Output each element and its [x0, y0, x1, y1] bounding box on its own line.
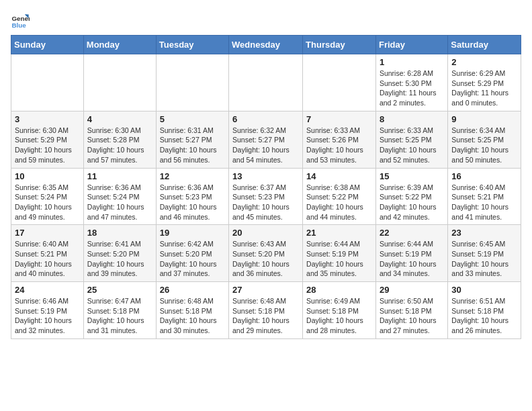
calendar-cell: 24Sunrise: 6:46 AM Sunset: 5:19 PM Dayli… [11, 282, 84, 339]
day-number: 14 [306, 171, 372, 181]
day-number: 26 [160, 285, 225, 295]
day-number: 15 [380, 171, 444, 181]
day-info: Sunrise: 6:40 AM Sunset: 5:21 PM Dayligh… [451, 183, 517, 222]
day-info: Sunrise: 6:37 AM Sunset: 5:23 PM Dayligh… [232, 183, 299, 222]
day-info: Sunrise: 6:48 AM Sunset: 5:18 PM Dayligh… [160, 296, 225, 336]
calendar-cell: 8Sunrise: 6:33 AM Sunset: 5:25 PM Daylig… [375, 111, 447, 168]
day-number: 23 [451, 228, 517, 238]
day-info: Sunrise: 6:42 AM Sunset: 5:20 PM Dayligh… [160, 239, 225, 279]
day-info: Sunrise: 6:33 AM Sunset: 5:25 PM Dayligh… [380, 126, 444, 165]
calendar-cell: 29Sunrise: 6:50 AM Sunset: 5:18 PM Dayli… [375, 282, 447, 339]
day-number: 6 [232, 114, 299, 124]
logo: General Blue [11, 11, 32, 30]
day-number: 30 [451, 285, 517, 295]
day-number: 29 [380, 285, 444, 295]
day-info: Sunrise: 6:38 AM Sunset: 5:22 PM Dayligh… [306, 183, 372, 222]
calendar-table: SundayMondayTuesdayWednesdayThursdayFrid… [11, 35, 521, 339]
calendar-cell [229, 54, 303, 111]
day-info: Sunrise: 6:50 AM Sunset: 5:18 PM Dayligh… [380, 296, 444, 336]
day-info: Sunrise: 6:32 AM Sunset: 5:27 PM Dayligh… [232, 126, 299, 165]
day-number: 28 [306, 285, 372, 295]
day-info: Sunrise: 6:44 AM Sunset: 5:19 PM Dayligh… [380, 239, 444, 279]
calendar-cell: 14Sunrise: 6:38 AM Sunset: 5:22 PM Dayli… [303, 168, 376, 225]
day-number: 9 [451, 114, 517, 124]
calendar-cell: 23Sunrise: 6:45 AM Sunset: 5:19 PM Dayli… [448, 225, 521, 282]
day-info: Sunrise: 6:43 AM Sunset: 5:20 PM Dayligh… [232, 239, 299, 279]
day-header-monday: Monday [83, 36, 156, 54]
calendar-cell: 25Sunrise: 6:47 AM Sunset: 5:18 PM Dayli… [83, 282, 156, 339]
day-info: Sunrise: 6:46 AM Sunset: 5:19 PM Dayligh… [15, 296, 80, 336]
calendar-cell: 16Sunrise: 6:40 AM Sunset: 5:21 PM Dayli… [448, 168, 521, 225]
day-number: 12 [160, 171, 225, 181]
day-info: Sunrise: 6:41 AM Sunset: 5:20 PM Dayligh… [87, 239, 152, 279]
calendar-cell: 7Sunrise: 6:33 AM Sunset: 5:26 PM Daylig… [303, 111, 376, 168]
calendar-cell: 9Sunrise: 6:34 AM Sunset: 5:25 PM Daylig… [448, 111, 521, 168]
header: General Blue [11, 11, 521, 30]
calendar-cell: 18Sunrise: 6:41 AM Sunset: 5:20 PM Dayli… [83, 225, 156, 282]
day-number: 5 [160, 114, 225, 124]
day-number: 16 [451, 171, 517, 181]
day-info: Sunrise: 6:30 AM Sunset: 5:28 PM Dayligh… [87, 126, 152, 165]
svg-text:Blue: Blue [11, 21, 26, 29]
day-number: 13 [232, 171, 299, 181]
day-info: Sunrise: 6:49 AM Sunset: 5:18 PM Dayligh… [306, 296, 372, 336]
day-header-sunday: Sunday [11, 36, 84, 54]
day-number: 3 [15, 114, 80, 124]
day-number: 20 [232, 228, 299, 238]
day-info: Sunrise: 6:29 AM Sunset: 5:29 PM Dayligh… [451, 68, 517, 108]
calendar-cell [156, 54, 228, 111]
calendar-cell: 28Sunrise: 6:49 AM Sunset: 5:18 PM Dayli… [303, 282, 376, 339]
calendar-cell: 22Sunrise: 6:44 AM Sunset: 5:19 PM Dayli… [375, 225, 447, 282]
day-header-thursday: Thursday [303, 36, 376, 54]
day-number: 18 [87, 228, 152, 238]
day-info: Sunrise: 6:48 AM Sunset: 5:18 PM Dayligh… [232, 296, 299, 336]
calendar-cell: 4Sunrise: 6:30 AM Sunset: 5:28 PM Daylig… [83, 111, 156, 168]
day-info: Sunrise: 6:35 AM Sunset: 5:24 PM Dayligh… [15, 183, 80, 222]
day-number: 19 [160, 228, 225, 238]
calendar-cell [83, 54, 156, 111]
day-number: 7 [306, 114, 372, 124]
day-info: Sunrise: 6:30 AM Sunset: 5:29 PM Dayligh… [15, 126, 80, 165]
day-info: Sunrise: 6:45 AM Sunset: 5:19 PM Dayligh… [451, 239, 517, 279]
day-number: 24 [15, 285, 80, 295]
calendar-cell: 1Sunrise: 6:28 AM Sunset: 5:30 PM Daylig… [375, 54, 447, 111]
day-header-friday: Friday [375, 36, 447, 54]
day-number: 21 [306, 228, 372, 238]
calendar-cell: 26Sunrise: 6:48 AM Sunset: 5:18 PM Dayli… [156, 282, 228, 339]
day-number: 22 [380, 228, 444, 238]
calendar-cell: 13Sunrise: 6:37 AM Sunset: 5:23 PM Dayli… [229, 168, 303, 225]
day-number: 2 [451, 57, 517, 67]
calendar-cell: 3Sunrise: 6:30 AM Sunset: 5:29 PM Daylig… [11, 111, 84, 168]
day-number: 25 [87, 285, 152, 295]
day-info: Sunrise: 6:36 AM Sunset: 5:23 PM Dayligh… [160, 183, 225, 222]
calendar-cell: 27Sunrise: 6:48 AM Sunset: 5:18 PM Dayli… [229, 282, 303, 339]
day-header-wednesday: Wednesday [229, 36, 303, 54]
calendar-cell: 30Sunrise: 6:51 AM Sunset: 5:18 PM Dayli… [448, 282, 521, 339]
calendar-cell: 5Sunrise: 6:31 AM Sunset: 5:27 PM Daylig… [156, 111, 228, 168]
day-info: Sunrise: 6:28 AM Sunset: 5:30 PM Dayligh… [380, 68, 444, 108]
calendar-cell: 6Sunrise: 6:32 AM Sunset: 5:27 PM Daylig… [229, 111, 303, 168]
day-info: Sunrise: 6:40 AM Sunset: 5:21 PM Dayligh… [15, 239, 80, 279]
calendar-cell: 15Sunrise: 6:39 AM Sunset: 5:22 PM Dayli… [375, 168, 447, 225]
day-info: Sunrise: 6:44 AM Sunset: 5:19 PM Dayligh… [306, 239, 372, 279]
calendar-cell [303, 54, 376, 111]
day-info: Sunrise: 6:39 AM Sunset: 5:22 PM Dayligh… [380, 183, 444, 222]
calendar-cell: 19Sunrise: 6:42 AM Sunset: 5:20 PM Dayli… [156, 225, 228, 282]
calendar-cell: 11Sunrise: 6:36 AM Sunset: 5:24 PM Dayli… [83, 168, 156, 225]
day-info: Sunrise: 6:51 AM Sunset: 5:18 PM Dayligh… [451, 296, 517, 336]
calendar-cell: 17Sunrise: 6:40 AM Sunset: 5:21 PM Dayli… [11, 225, 84, 282]
day-number: 27 [232, 285, 299, 295]
day-number: 1 [380, 57, 444, 67]
calendar-cell: 10Sunrise: 6:35 AM Sunset: 5:24 PM Dayli… [11, 168, 84, 225]
day-info: Sunrise: 6:31 AM Sunset: 5:27 PM Dayligh… [160, 126, 225, 165]
calendar-cell: 20Sunrise: 6:43 AM Sunset: 5:20 PM Dayli… [229, 225, 303, 282]
day-header-saturday: Saturday [448, 36, 521, 54]
calendar-cell: 12Sunrise: 6:36 AM Sunset: 5:23 PM Dayli… [156, 168, 228, 225]
day-info: Sunrise: 6:47 AM Sunset: 5:18 PM Dayligh… [87, 296, 152, 336]
day-number: 10 [15, 171, 80, 181]
calendar-cell [11, 54, 84, 111]
day-number: 4 [87, 114, 152, 124]
day-number: 8 [380, 114, 444, 124]
day-header-tuesday: Tuesday [156, 36, 228, 54]
day-info: Sunrise: 6:34 AM Sunset: 5:25 PM Dayligh… [451, 126, 517, 165]
